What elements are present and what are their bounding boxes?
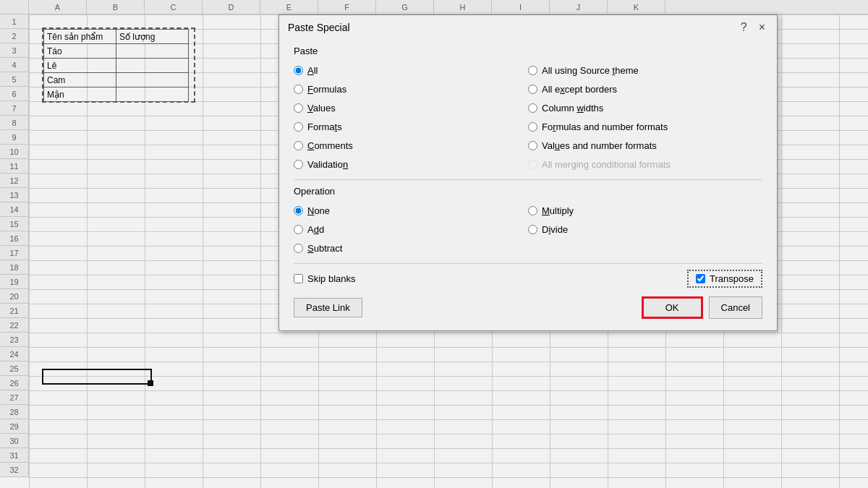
- paste-option-formulas[interactable]: Formulas: [294, 80, 528, 98]
- paste-option-all-source[interactable]: All using Source theme: [528, 61, 762, 80]
- operation-options-right: Multiply Divide: [528, 201, 762, 257]
- cancel-button[interactable]: Cancel: [709, 296, 762, 319]
- divider-1: [294, 179, 762, 180]
- operation-options-grid: None Add Subtract Multiply: [294, 201, 762, 257]
- operation-option-add[interactable]: Add: [294, 220, 528, 239]
- skip-blanks-row[interactable]: Skip blanks: [294, 272, 355, 286]
- transpose-checkbox[interactable]: [696, 274, 705, 283]
- ok-button[interactable]: OK: [642, 296, 703, 319]
- transpose-label: Transpose: [710, 273, 754, 284]
- paste-option-col-widths[interactable]: Column widths: [528, 98, 762, 117]
- bottom-row: Paste Link OK Cancel: [294, 296, 762, 319]
- paste-special-dialog: Paste Special ? × Paste All Formulas: [278, 14, 778, 331]
- divider-2: [294, 263, 762, 264]
- dialog-title: Paste Special: [288, 22, 350, 33]
- paste-options-grid: All Formulas Values Formats Comments: [294, 61, 762, 174]
- paste-options-left: All Formulas Values Formats Comments: [294, 61, 528, 174]
- operation-option-subtract[interactable]: Subtract: [294, 239, 528, 257]
- help-button[interactable]: ?: [738, 21, 750, 34]
- operation-section-label: Operation: [294, 186, 762, 197]
- dialog-titlebar: Paste Special ? ×: [279, 15, 777, 37]
- skip-blanks-checkbox[interactable]: [294, 274, 303, 283]
- paste-option-formulas-num[interactable]: Formulas and number formats: [528, 117, 762, 136]
- paste-option-values-num[interactable]: Values and number formats: [528, 136, 762, 155]
- operation-option-none[interactable]: None: [294, 201, 528, 220]
- paste-option-all-merging[interactable]: All merging conditional formats: [528, 155, 762, 174]
- paste-option-validation[interactable]: Validation: [294, 155, 528, 174]
- paste-option-formats[interactable]: Formats: [294, 117, 528, 136]
- paste-option-comments[interactable]: Comments: [294, 136, 528, 155]
- paste-options-right: All using Source theme All except border…: [528, 61, 762, 174]
- paste-link-button[interactable]: Paste Link: [294, 298, 362, 317]
- paste-section-label: Paste: [294, 46, 762, 56]
- transpose-row[interactable]: Transpose: [687, 270, 762, 288]
- paste-option-values[interactable]: Values: [294, 98, 528, 117]
- paste-option-all[interactable]: All: [294, 61, 528, 80]
- operation-option-divide[interactable]: Divide: [528, 220, 762, 239]
- operation-option-multiply[interactable]: Multiply: [528, 201, 762, 220]
- paste-option-all-except[interactable]: All except borders: [528, 80, 762, 98]
- action-buttons: OK Cancel: [642, 296, 762, 319]
- close-button[interactable]: ×: [756, 21, 768, 34]
- skip-blanks-label: Skip blanks: [307, 273, 355, 284]
- dialog-body: Paste All Formulas Values Formats: [279, 37, 777, 330]
- operation-options-left: None Add Subtract: [294, 201, 528, 257]
- titlebar-buttons: ? ×: [738, 21, 768, 34]
